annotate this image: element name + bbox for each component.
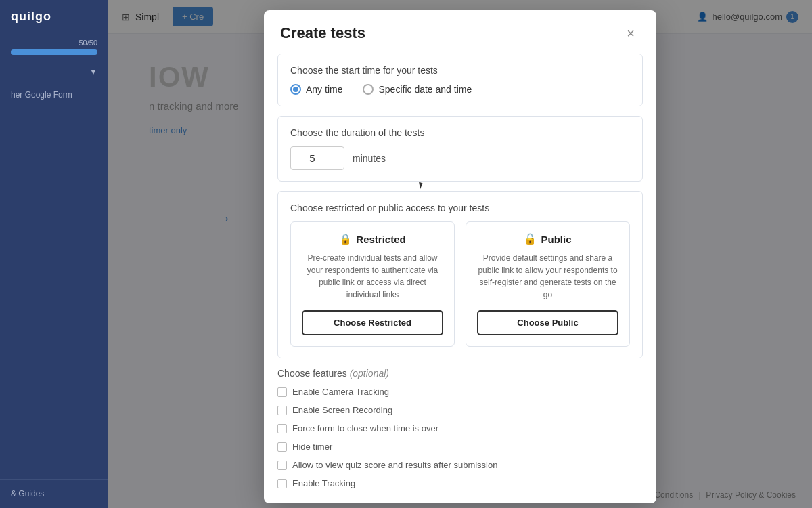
public-card-title: 🔓 Public: [524, 233, 571, 245]
access-label: Choose restricted or public access to yo…: [290, 203, 630, 213]
feature-screen: Enable Screen Recording: [277, 404, 643, 417]
create-tests-modal: Create tests × Choose the start time for…: [264, 10, 656, 503]
duration-row: minutes: [290, 146, 630, 170]
duration-input[interactable]: [290, 146, 344, 170]
public-card-desc: Provide default settings and share a pub…: [477, 252, 618, 301]
feature-hidetimer-label: Hide timer: [292, 442, 332, 452]
features-section: Choose features (optional) Enable Camera…: [277, 368, 643, 490]
feature-camera-checkbox[interactable]: [277, 387, 287, 397]
sidebar: quilgo 50/50 ▼ her Google Form & Guides: [0, 0, 108, 508]
radio-anytime-circle[interactable]: [290, 84, 301, 95]
progress-bar-bg: [11, 49, 97, 55]
sidebar-logo: quilgo: [0, 0, 108, 33]
restricted-card-desc: Pre-create individual tests and allow yo…: [302, 252, 443, 301]
modal-title: Create tests: [280, 24, 365, 42]
feature-camera: Enable Camera Tracking: [277, 385, 643, 398]
feature-forceclose: Force form to close when time is over: [277, 422, 643, 435]
radio-anytime[interactable]: Any time: [290, 84, 342, 95]
radio-specific[interactable]: Specific date and time: [363, 84, 472, 95]
start-time-section: Choose the start time for your tests Any…: [277, 54, 643, 106]
access-section: Choose restricted or public access to yo…: [277, 191, 643, 358]
feature-camera-label: Enable Camera Tracking: [292, 387, 389, 397]
choose-public-button[interactable]: Choose Public: [477, 310, 618, 335]
main-content: ⊞ Simpl + Cre 👤 hello@quilgo.com 1 IOW n…: [108, 0, 812, 508]
progress-bar-fill: [11, 49, 97, 55]
feature-forceclose-checkbox[interactable]: [277, 424, 287, 433]
sidebar-dropdown[interactable]: ▼: [0, 60, 108, 83]
duration-section: Choose the duration of the tests minutes: [277, 116, 643, 182]
sidebar-item-guides[interactable]: & Guides: [0, 479, 108, 508]
feature-viewscore: Allow to view quiz score and results aft…: [277, 459, 643, 471]
radio-specific-label: Specific date and time: [378, 84, 472, 95]
duration-label: Choose the duration of the tests: [290, 127, 630, 138]
feature-hidetimer-checkbox[interactable]: [277, 442, 287, 452]
feature-forceclose-label: Force form to close when time is over: [292, 423, 438, 433]
feature-viewscore-checkbox[interactable]: [277, 461, 287, 470]
feature-screen-label: Enable Screen Recording: [292, 405, 392, 415]
access-cards: 🔒 Restricted Pre-create individual tests…: [290, 221, 630, 347]
restricted-card-title: 🔒 Restricted: [339, 233, 405, 245]
choose-restricted-button[interactable]: Choose Restricted: [302, 310, 443, 335]
public-card: 🔓 Public Provide default settings and sh…: [466, 221, 630, 347]
feature-tracking: Enable Tracking: [277, 477, 643, 490]
duration-unit: minutes: [353, 153, 386, 164]
lock-icon: 🔒: [339, 233, 352, 245]
feature-tracking-checkbox[interactable]: [277, 479, 287, 488]
radio-specific-circle[interactable]: [363, 84, 374, 95]
progress-label: 50/50: [11, 39, 97, 47]
start-time-options: Any time Specific date and time: [290, 84, 630, 95]
radio-anytime-label: Any time: [306, 84, 342, 95]
feature-hidetimer: Hide timer: [277, 440, 643, 453]
feature-viewscore-label: Allow to view quiz score and results aft…: [292, 460, 497, 470]
chevron-down-icon: ▼: [89, 67, 97, 77]
modal-header: Create tests ×: [264, 10, 656, 54]
start-time-label: Choose the start time for your tests: [290, 65, 630, 76]
sidebar-item-google-form[interactable]: her Google Form: [0, 83, 108, 106]
sidebar-progress: 50/50: [0, 33, 108, 60]
feature-screen-checkbox[interactable]: [277, 406, 287, 415]
restricted-card: 🔒 Restricted Pre-create individual tests…: [290, 221, 455, 347]
unlock-icon: 🔓: [524, 233, 537, 245]
features-label: Choose features (optional): [277, 368, 643, 379]
feature-tracking-label: Enable Tracking: [292, 478, 355, 488]
modal-close-button[interactable]: ×: [621, 24, 640, 43]
